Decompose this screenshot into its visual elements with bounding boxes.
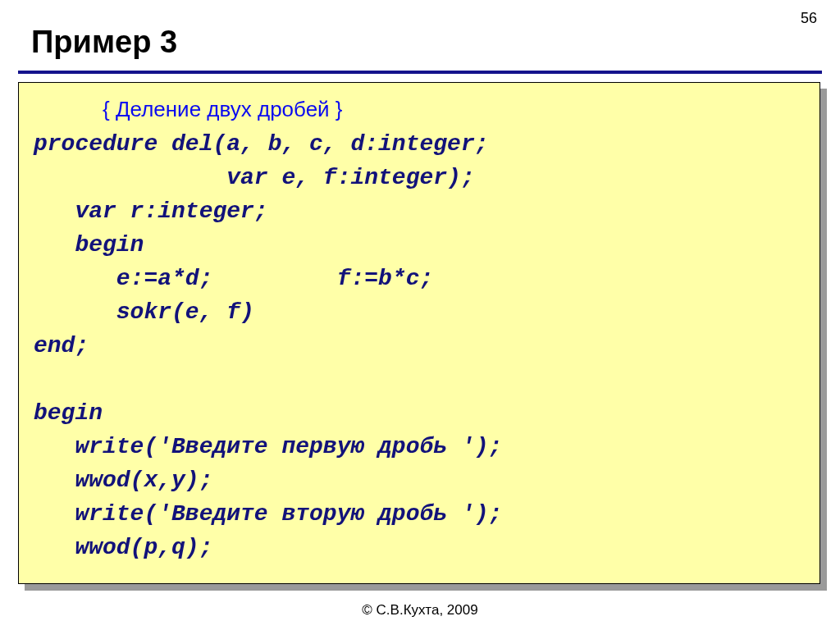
code-line: var e, f:integer);: [34, 165, 475, 190]
code-line: sokr(e, f): [34, 299, 254, 325]
page-number: 56: [801, 10, 817, 27]
code-line: wwod(p,q);: [34, 535, 212, 560]
footer-copyright: © С.В.Кухта, 2009: [0, 602, 840, 619]
code-line: end;: [34, 333, 89, 358]
slide: 56 Пример 3 { Деление двух дробей } proc…: [0, 0, 840, 630]
code-content: { Деление двух дробей } procedure del(a,…: [34, 93, 810, 564]
code-block-wrap: { Деление двух дробей } procedure del(a,…: [18, 82, 820, 584]
code-line: e:=a*d; f:=b*c;: [34, 266, 433, 291]
code-line: var r:integer;: [34, 199, 268, 224]
slide-title: Пример 3: [31, 25, 177, 60]
code-line: procedure del(a, b, c, d:integer;: [34, 131, 489, 157]
code-block: { Деление двух дробей } procedure del(a,…: [18, 82, 820, 584]
code-line: begin: [34, 400, 103, 426]
code-line: wwod(x,y);: [34, 468, 212, 493]
code-comment: { Деление двух дробей }: [103, 97, 343, 121]
code-line: begin: [34, 232, 144, 258]
code-line: write('Введите вторую дробь ');: [34, 501, 502, 527]
comment-indent: [34, 98, 103, 123]
title-rule: [18, 71, 822, 74]
code-line: write('Введите первую дробь ');: [34, 434, 502, 459]
